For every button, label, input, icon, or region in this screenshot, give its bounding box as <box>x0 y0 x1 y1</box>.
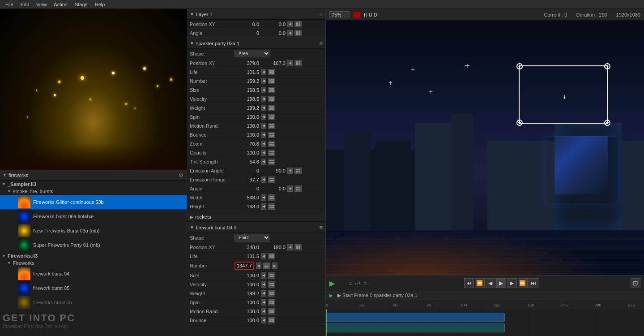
slider-left[interactable]: ◀ <box>261 281 266 288</box>
menu-action[interactable]: Action <box>50 2 71 7</box>
control-point-bl[interactable]: + <box>516 120 523 126</box>
grid-icon[interactable] <box>268 317 275 323</box>
layer1-header[interactable]: ▼ Layer 1 ≡ <box>187 9 325 20</box>
layer1-menu-icon[interactable]: ≡ <box>319 11 323 17</box>
menu-help[interactable]: Help <box>91 2 109 7</box>
key-icon-2[interactable]: ⌂+ <box>355 280 361 286</box>
grid-icon[interactable] <box>268 281 275 288</box>
btn-rewind[interactable]: ⏪ <box>475 278 485 288</box>
btn-play[interactable]: ▶ <box>496 278 506 288</box>
slider-left[interactable]: ◀ <box>261 141 266 147</box>
slider-left[interactable]: ◀ <box>287 185 293 192</box>
tree-smoke-fire[interactable]: ▼ smoke, fire, bursts <box>0 188 187 195</box>
menu-file[interactable]: File <box>2 2 17 7</box>
track-bar-2[interactable] <box>326 323 505 332</box>
grid-icon[interactable] <box>268 105 275 111</box>
key-icon-3[interactable]: ⌂→ <box>363 280 371 286</box>
track-bar-1[interactable] <box>326 313 505 322</box>
grid-icon[interactable] <box>268 308 275 314</box>
grid-icon[interactable] <box>268 96 275 102</box>
highlighted-number[interactable]: 1347.7 <box>235 262 254 270</box>
slider-left[interactable]: ◀ <box>261 253 266 259</box>
menu-edit[interactable]: Edit <box>17 2 33 7</box>
slider-left[interactable]: ◀ <box>261 290 266 297</box>
zoom-input[interactable] <box>329 11 350 18</box>
grid-icon[interactable] <box>294 185 302 192</box>
slider-left[interactable]: ◀ <box>261 159 266 165</box>
grid-icon[interactable] <box>268 159 275 165</box>
slider-left[interactable]: ◀ <box>256 263 261 269</box>
grid-icon[interactable] <box>268 203 275 210</box>
btn-step-back[interactable]: ◀ <box>486 278 495 288</box>
control-point-br[interactable]: + <box>604 120 610 126</box>
btn-fast-fwd[interactable]: ⏩ <box>518 278 528 288</box>
edit-icon[interactable]: ✏ <box>263 263 270 269</box>
slider-left[interactable]: ◀ <box>261 150 266 156</box>
key-icon-1[interactable]: ⌂ <box>349 280 352 286</box>
rockets-header[interactable]: ▶ rockets <box>187 212 325 222</box>
grid-icon[interactable] <box>294 244 302 250</box>
list-item[interactable]: Fireworks Glitter continuous 03b <box>0 195 187 209</box>
slider-right[interactable]: ▶ <box>272 263 277 269</box>
emitter2-menu-icon[interactable]: ≡ <box>319 224 323 231</box>
grid-icon[interactable] <box>268 290 275 297</box>
grid-icon-2[interactable] <box>294 30 302 36</box>
grid-icon[interactable] <box>268 253 275 259</box>
playhead[interactable] <box>326 309 327 336</box>
grid-icon[interactable] <box>268 114 275 120</box>
grid-icon[interactable] <box>294 21 302 27</box>
slider-left[interactable]: ◀ <box>261 317 266 323</box>
list-item[interactable]: Super Fireworks Party 01 (mb) <box>0 238 187 252</box>
slider-left[interactable]: ◀ <box>261 123 266 129</box>
slider-left[interactable]: ◀ <box>287 21 293 27</box>
list-item[interactable]: Fireworks burst 06a tintable <box>0 209 187 224</box>
grid-icon[interactable] <box>268 194 275 201</box>
slider-left[interactable]: ◀ <box>261 114 266 120</box>
grid-icon[interactable] <box>268 272 275 279</box>
slider-left[interactable]: ◀ <box>261 272 266 279</box>
slider-left[interactable]: ◀ <box>287 244 293 250</box>
btn-go-end[interactable]: ⏭ <box>529 278 538 288</box>
record-button[interactable] <box>353 12 360 18</box>
tree-fireworks-il3[interactable]: ▼ Fireworks.il3 <box>0 252 187 259</box>
emitter1-header[interactable]: ▼ sparkler party 02a 1 ≡ <box>187 38 325 49</box>
shape-select[interactable]: AreaPoint <box>235 50 270 57</box>
slider-left[interactable]: ◀ <box>261 132 266 138</box>
slider-left[interactable]: ◀ <box>261 105 266 111</box>
slider-left[interactable]: ◀ <box>287 60 293 66</box>
grid-icon[interactable] <box>294 168 302 174</box>
grid-icon[interactable] <box>268 132 275 138</box>
control-point-tr[interactable]: + <box>604 63 610 69</box>
slider-left[interactable]: ◀ <box>261 87 266 93</box>
grid-icon[interactable] <box>294 60 302 66</box>
emitter1-menu-icon[interactable]: ≡ <box>319 40 323 47</box>
grid-icon[interactable] <box>268 78 275 84</box>
list-item[interactable]: New Fireworks Burst 03a (mb) <box>0 224 187 238</box>
tree-fireworks-sub[interactable]: ▼ Fireworks <box>0 259 187 267</box>
library-collapse-arrow[interactable]: ▼ <box>3 173 7 177</box>
btn-loop[interactable]: ⊡ <box>631 278 640 288</box>
slider-left[interactable]: ◀ <box>261 78 266 84</box>
slider-left[interactable]: ◀ <box>261 177 266 183</box>
grid-icon[interactable] <box>268 177 275 183</box>
slider-left[interactable]: ◀ <box>261 69 266 75</box>
slider-left-2[interactable]: ◀ <box>287 30 293 36</box>
list-item[interactable]: firework burst 04 <box>0 267 187 281</box>
tree-sampler[interactable]: ▼ _Sampler.il3 <box>0 181 187 188</box>
grid-icon[interactable] <box>268 141 275 147</box>
slider-left[interactable]: ◀ <box>261 194 266 201</box>
slider-left[interactable]: ◀ <box>287 168 293 174</box>
slider-left[interactable]: ◀ <box>261 308 266 314</box>
control-point-tl[interactable]: + <box>516 63 523 69</box>
grid-icon[interactable] <box>268 123 275 129</box>
menu-stage[interactable]: Stage <box>71 2 91 7</box>
list-item[interactable]: fireworks burst 5b <box>0 295 187 310</box>
grid-icon[interactable] <box>268 299 275 306</box>
shape-select-2[interactable]: PointArea <box>235 234 270 241</box>
slider-left[interactable]: ◀ <box>261 203 266 210</box>
grid-icon[interactable] <box>268 69 275 75</box>
emitter2-header[interactable]: ▼ firework burst 04 3 ≡ <box>187 222 325 233</box>
grid-icon[interactable] <box>268 87 275 93</box>
slider-left[interactable]: ◀ <box>261 96 266 102</box>
menu-view[interactable]: View <box>33 2 51 7</box>
